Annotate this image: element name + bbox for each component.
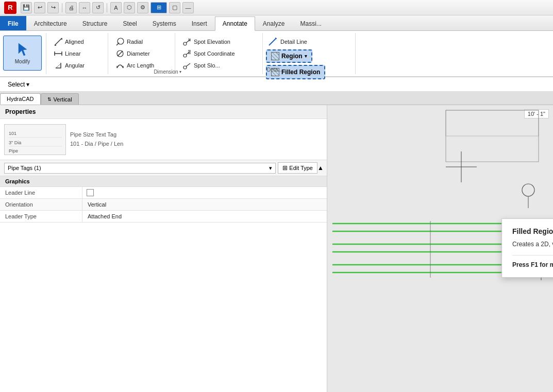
region-icon: [271, 52, 279, 60]
tab-vertical[interactable]: ⇅ Vertical: [41, 93, 79, 105]
select-dropdown[interactable]: Select ▾: [4, 79, 33, 90]
spot-elevation-label: Spot Elevation: [194, 39, 230, 45]
pipe-tags-select[interactable]: Pipe Tags (1) ▾: [4, 163, 276, 174]
ribbon-group-spot: Spot Elevation Spot Coordinate Spot Slo.…: [175, 33, 263, 74]
preview-line2: 101 - Dia / Pipe / Len: [70, 140, 123, 149]
properties-preview: 101 3" Dia Pipe Pipe Size Text Tag 101 -…: [0, 119, 327, 160]
separator: [62, 3, 62, 12]
tab-hydracad[interactable]: HydraCAD: [0, 93, 41, 105]
svg-line-8: [116, 43, 119, 45]
cad-canvas[interactable]: 10' - 1": [327, 105, 553, 392]
tooltip-title: Filled Region: [512, 227, 553, 235]
ribbon-panel: Modify Aligned Linear: [0, 31, 553, 77]
dimension-group-label: Dimension ▾: [46, 69, 289, 75]
window-control[interactable]: ▢: [169, 2, 180, 13]
orientation-label: Orientation: [0, 199, 82, 210]
title-bar: R 💾 ↩ ↪ 🖨 ↔ ↺ A ⬡ ⚙ ⊞ ▢ —: [0, 0, 553, 15]
svg-text:3" Dia: 3" Dia: [9, 140, 21, 145]
radial-small-group: Radial Diameter Arc Length: [111, 35, 158, 72]
pipe-tags-arrow: ▾: [269, 165, 272, 172]
modify-button[interactable]: Modify: [3, 36, 42, 71]
close-button[interactable]: —: [182, 2, 194, 13]
tooltip-description: Creates a 2D, view-specific graphic with…: [512, 240, 553, 249]
tab-vertical-label: Vertical: [54, 96, 72, 103]
tab-systems[interactable]: Systems: [145, 16, 184, 30]
spot-coordinate-button[interactable]: Spot Coordinate: [180, 48, 237, 59]
collapse-arrow[interactable]: ▲: [319, 164, 323, 172]
tab-steel[interactable]: Steel: [115, 16, 144, 30]
text-button[interactable]: A: [110, 2, 122, 13]
modify-icon: [14, 41, 31, 58]
arc-length-label: Arc Length: [127, 62, 154, 69]
spot-content: Spot Elevation Spot Coordinate Spot Slo.…: [178, 34, 239, 73]
settings-button[interactable]: ⚙: [137, 2, 148, 13]
preview-text: Pipe Size Text Tag 101 - Dia / Pipe / Le…: [70, 130, 123, 148]
undo-button[interactable]: ↩: [34, 2, 45, 13]
tab-structure[interactable]: Structure: [75, 16, 115, 30]
radial-button[interactable]: Radial: [113, 36, 156, 47]
linear-icon: [54, 49, 63, 58]
dim-arrows-content: Aligned Linear Angular: [49, 34, 89, 73]
left-panel: Properties 101 3" Dia Pipe Pipe Size Tex…: [0, 105, 327, 392]
tab-architecture[interactable]: Architecture: [26, 16, 75, 30]
tab-massing[interactable]: Massi...: [293, 16, 329, 30]
right-panel: 10' - 1": [327, 105, 553, 392]
ribbon-group-radial: Radial Diameter Arc Length: [108, 33, 175, 74]
svg-text:101: 101: [9, 131, 16, 136]
3d-view-button[interactable]: ⬡: [124, 2, 135, 13]
ribbon-group-dim-arrows: Aligned Linear Angular: [46, 33, 108, 74]
svg-line-24: [269, 38, 276, 45]
spot-slope-label: Spot Slo...: [194, 62, 220, 69]
dimension-dropdown-arrow: ▾: [179, 70, 181, 74]
detail-group-label: Deta...: [263, 67, 355, 73]
maximize-button[interactable]: ⊞: [150, 2, 167, 13]
orientation-row: Orientation Vertical: [0, 199, 327, 211]
save-button[interactable]: 💾: [21, 2, 32, 13]
leader-line-checkbox[interactable]: [87, 189, 94, 196]
svg-point-36: [522, 184, 534, 196]
edit-type-button[interactable]: ⊞ Edit Type: [278, 162, 317, 174]
graphics-section-header: Graphics: [0, 176, 327, 187]
print-button[interactable]: 🖨: [65, 2, 77, 13]
svg-rect-33: [446, 110, 539, 136]
tab-annotate[interactable]: Annotate: [215, 16, 255, 31]
svg-text:Pipe: Pipe: [9, 148, 18, 154]
radial-content: Radial Diameter Arc Length: [111, 34, 158, 73]
radial-label: Radial: [127, 39, 143, 45]
detail-line-button[interactable]: Detail Line: [266, 36, 309, 47]
ribbon-tabs: File Architecture Structure Steel System…: [0, 15, 553, 31]
region-dropdown-button[interactable]: Region ▾: [266, 49, 312, 63]
tab-file[interactable]: File: [0, 16, 26, 30]
aligned-button[interactable]: Aligned: [52, 36, 87, 47]
spot-coordinate-label: Spot Coordinate: [194, 50, 235, 57]
aligned-label: Aligned: [65, 39, 84, 45]
modify-content: Modify: [3, 34, 42, 72]
linear-button[interactable]: Linear: [52, 48, 87, 59]
separator2: [107, 3, 107, 12]
redo-button[interactable]: ↪: [47, 2, 59, 13]
tab-vertical-icon: ⇅: [47, 97, 52, 102]
diameter-button[interactable]: Diameter: [113, 48, 156, 59]
content-area: Properties 101 3" Dia Pipe Pipe Size Tex…: [0, 105, 553, 392]
ribbon-group-region: Detail Line Region ▾ Filled Region Deta.…: [263, 33, 356, 74]
measure-button[interactable]: ↔: [79, 2, 90, 13]
tab-insert[interactable]: Insert: [184, 16, 215, 30]
tooltip-footer: Press F1 for more help ▶ Video is loadin…: [512, 255, 553, 270]
properties-header: Properties: [0, 105, 327, 119]
leader-type-label: Leader Type: [0, 211, 82, 222]
detail-line-label: Detail Line: [280, 39, 307, 45]
region-label: Region: [281, 53, 303, 60]
tab-analyze[interactable]: Analyze: [255, 16, 293, 30]
spot-coordinate-icon: [182, 49, 192, 58]
radial-icon: [115, 37, 125, 46]
leader-type-value: Attached End: [82, 211, 327, 222]
svg-line-23: [186, 63, 190, 66]
diameter-label: Diameter: [127, 50, 150, 57]
preview-thumbnail: 101 3" Dia Pipe: [4, 124, 66, 155]
aligned-icon: [54, 37, 63, 46]
tooltip-f1-text[interactable]: Press F1 for more help: [512, 261, 553, 268]
spot-elevation-button[interactable]: Spot Elevation: [180, 36, 237, 47]
rotate-button[interactable]: ↺: [92, 2, 104, 13]
pipe-tags-label: Pipe Tags (1): [8, 165, 41, 171]
linear-label: Linear: [65, 50, 81, 57]
